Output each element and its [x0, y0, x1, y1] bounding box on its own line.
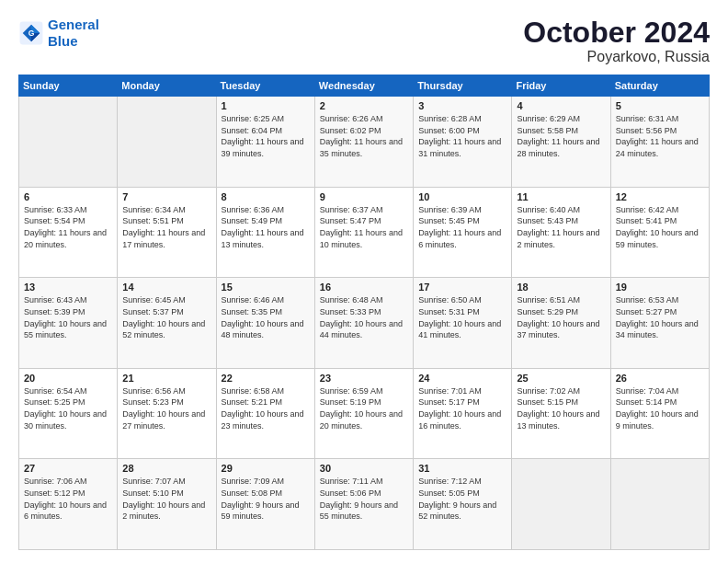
- table-row: 20Sunrise: 6:54 AMSunset: 5:25 PMDayligh…: [19, 368, 118, 459]
- week-row-4: 20Sunrise: 6:54 AMSunset: 5:25 PMDayligh…: [19, 368, 710, 459]
- table-row: 8Sunrise: 6:36 AMSunset: 5:49 PMDaylight…: [216, 187, 314, 278]
- table-row: 21Sunrise: 6:56 AMSunset: 5:23 PMDayligh…: [118, 368, 216, 459]
- day-details: Sunrise: 6:46 AMSunset: 5:35 PMDaylight:…: [222, 294, 310, 340]
- day-number: 2: [320, 100, 408, 111]
- day-details: Sunrise: 7:06 AMSunset: 5:12 PMDaylight:…: [24, 476, 112, 522]
- day-number: 17: [418, 282, 506, 293]
- table-row: [118, 97, 216, 188]
- logo-icon: G: [18, 20, 44, 46]
- calendar-header-row: Sunday Monday Tuesday Wednesday Thursday…: [19, 75, 710, 97]
- day-details: Sunrise: 6:37 AMSunset: 5:47 PMDaylight:…: [320, 204, 408, 250]
- table-row: 9Sunrise: 6:37 AMSunset: 5:47 PMDaylight…: [314, 187, 413, 278]
- day-number: 13: [24, 282, 112, 293]
- day-number: 11: [517, 191, 605, 202]
- day-details: Sunrise: 6:36 AMSunset: 5:49 PMDaylight:…: [222, 204, 310, 250]
- day-number: 4: [517, 100, 605, 111]
- table-row: 12Sunrise: 6:42 AMSunset: 5:41 PMDayligh…: [610, 187, 709, 278]
- day-number: 15: [222, 282, 310, 293]
- day-details: Sunrise: 6:34 AMSunset: 5:51 PMDaylight:…: [122, 204, 210, 250]
- day-number: 3: [418, 100, 506, 111]
- calendar-subtitle: Poyarkovo, Russia: [523, 49, 710, 65]
- day-number: 12: [616, 191, 704, 202]
- day-number: 29: [222, 463, 310, 474]
- table-row: [512, 459, 610, 550]
- day-number: 24: [418, 373, 506, 384]
- table-row: 14Sunrise: 6:45 AMSunset: 5:37 PMDayligh…: [118, 278, 216, 369]
- day-number: 9: [320, 191, 408, 202]
- calendar-title: October 2024: [523, 17, 710, 49]
- day-details: Sunrise: 6:43 AMSunset: 5:39 PMDaylight:…: [24, 294, 112, 340]
- day-number: 5: [616, 100, 704, 111]
- table-row: 17Sunrise: 6:50 AMSunset: 5:31 PMDayligh…: [414, 278, 512, 369]
- day-details: Sunrise: 7:12 AMSunset: 5:05 PMDaylight:…: [418, 476, 506, 522]
- day-details: Sunrise: 6:42 AMSunset: 5:41 PMDaylight:…: [616, 204, 704, 250]
- table-row: 16Sunrise: 6:48 AMSunset: 5:33 PMDayligh…: [314, 278, 413, 369]
- day-details: Sunrise: 6:51 AMSunset: 5:29 PMDaylight:…: [517, 294, 605, 340]
- table-row: 4Sunrise: 6:29 AMSunset: 5:58 PMDaylight…: [512, 97, 610, 188]
- table-row: 30Sunrise: 7:11 AMSunset: 5:06 PMDayligh…: [314, 459, 413, 550]
- day-number: 7: [122, 191, 210, 202]
- day-details: Sunrise: 7:11 AMSunset: 5:06 PMDaylight:…: [320, 476, 408, 522]
- col-saturday: Saturday: [610, 75, 709, 97]
- day-number: 31: [418, 463, 506, 474]
- table-row: 15Sunrise: 6:46 AMSunset: 5:35 PMDayligh…: [216, 278, 314, 369]
- table-row: 5Sunrise: 6:31 AMSunset: 5:56 PMDaylight…: [610, 97, 709, 188]
- week-row-1: 1Sunrise: 6:25 AMSunset: 6:04 PMDaylight…: [19, 97, 710, 188]
- col-thursday: Thursday: [414, 75, 512, 97]
- logo-text: General Blue: [48, 17, 99, 50]
- day-number: 28: [122, 463, 210, 474]
- day-details: Sunrise: 6:54 AMSunset: 5:25 PMDaylight:…: [24, 385, 112, 431]
- day-number: 6: [24, 191, 112, 202]
- day-number: 23: [320, 373, 408, 384]
- table-row: 24Sunrise: 7:01 AMSunset: 5:17 PMDayligh…: [414, 368, 512, 459]
- table-row: 31Sunrise: 7:12 AMSunset: 5:05 PMDayligh…: [414, 459, 512, 550]
- table-row: 23Sunrise: 6:59 AMSunset: 5:19 PMDayligh…: [314, 368, 413, 459]
- col-friday: Friday: [512, 75, 610, 97]
- week-row-5: 27Sunrise: 7:06 AMSunset: 5:12 PMDayligh…: [19, 459, 710, 550]
- day-details: Sunrise: 6:48 AMSunset: 5:33 PMDaylight:…: [320, 294, 408, 340]
- table-row: 2Sunrise: 6:26 AMSunset: 6:02 PMDaylight…: [314, 97, 413, 188]
- day-details: Sunrise: 6:33 AMSunset: 5:54 PMDaylight:…: [24, 204, 112, 250]
- table-row: [610, 459, 709, 550]
- day-number: 26: [616, 373, 704, 384]
- day-details: Sunrise: 6:53 AMSunset: 5:27 PMDaylight:…: [616, 294, 704, 340]
- table-row: 19Sunrise: 6:53 AMSunset: 5:27 PMDayligh…: [610, 278, 709, 369]
- header: G General Blue October 2024 Poyarkovo, R…: [18, 17, 710, 65]
- day-details: Sunrise: 6:25 AMSunset: 6:04 PMDaylight:…: [222, 113, 310, 159]
- table-row: 10Sunrise: 6:39 AMSunset: 5:45 PMDayligh…: [414, 187, 512, 278]
- day-number: 20: [24, 373, 112, 384]
- table-row: [19, 97, 118, 188]
- table-row: 7Sunrise: 6:34 AMSunset: 5:51 PMDaylight…: [118, 187, 216, 278]
- table-row: 26Sunrise: 7:04 AMSunset: 5:14 PMDayligh…: [610, 368, 709, 459]
- day-details: Sunrise: 6:31 AMSunset: 5:56 PMDaylight:…: [616, 113, 704, 159]
- day-details: Sunrise: 6:29 AMSunset: 5:58 PMDaylight:…: [517, 113, 605, 159]
- week-row-2: 6Sunrise: 6:33 AMSunset: 5:54 PMDaylight…: [19, 187, 710, 278]
- day-details: Sunrise: 7:09 AMSunset: 5:08 PMDaylight:…: [222, 476, 310, 522]
- table-row: 1Sunrise: 6:25 AMSunset: 6:04 PMDaylight…: [216, 97, 314, 188]
- day-number: 14: [122, 282, 210, 293]
- table-row: 3Sunrise: 6:28 AMSunset: 6:00 PMDaylight…: [414, 97, 512, 188]
- day-number: 27: [24, 463, 112, 474]
- week-row-3: 13Sunrise: 6:43 AMSunset: 5:39 PMDayligh…: [19, 278, 710, 369]
- day-details: Sunrise: 6:39 AMSunset: 5:45 PMDaylight:…: [418, 204, 506, 250]
- day-number: 10: [418, 191, 506, 202]
- day-details: Sunrise: 7:02 AMSunset: 5:15 PMDaylight:…: [517, 385, 605, 431]
- page: G General Blue October 2024 Poyarkovo, R…: [0, 0, 728, 563]
- day-number: 19: [616, 282, 704, 293]
- day-number: 18: [517, 282, 605, 293]
- day-number: 22: [222, 373, 310, 384]
- day-details: Sunrise: 6:59 AMSunset: 5:19 PMDaylight:…: [320, 385, 408, 431]
- col-monday: Monday: [118, 75, 216, 97]
- table-row: 25Sunrise: 7:02 AMSunset: 5:15 PMDayligh…: [512, 368, 610, 459]
- day-details: Sunrise: 6:26 AMSunset: 6:02 PMDaylight:…: [320, 113, 408, 159]
- calendar-table: Sunday Monday Tuesday Wednesday Thursday…: [18, 75, 710, 550]
- table-row: 18Sunrise: 6:51 AMSunset: 5:29 PMDayligh…: [512, 278, 610, 369]
- table-row: 22Sunrise: 6:58 AMSunset: 5:21 PMDayligh…: [216, 368, 314, 459]
- col-wednesday: Wednesday: [314, 75, 413, 97]
- day-details: Sunrise: 7:07 AMSunset: 5:10 PMDaylight:…: [122, 476, 210, 522]
- day-number: 1: [222, 100, 310, 111]
- table-row: 13Sunrise: 6:43 AMSunset: 5:39 PMDayligh…: [19, 278, 118, 369]
- table-row: 27Sunrise: 7:06 AMSunset: 5:12 PMDayligh…: [19, 459, 118, 550]
- table-row: 28Sunrise: 7:07 AMSunset: 5:10 PMDayligh…: [118, 459, 216, 550]
- day-number: 8: [222, 191, 310, 202]
